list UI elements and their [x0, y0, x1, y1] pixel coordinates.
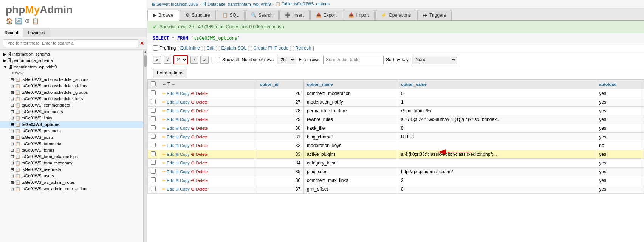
db-tree-item[interactable]: ⊞ 📋 tsGe0JWS_commentmeta [0, 102, 143, 109]
delete-link[interactable]: Delete [196, 187, 208, 191]
tab-browse[interactable]: ▶ Browse [147, 10, 179, 21]
edit-link[interactable]: Edit [167, 161, 174, 165]
tab-recent[interactable]: Recent [0, 28, 23, 37]
edit-link[interactable]: Edit [167, 143, 174, 148]
sort-option-name[interactable]: option_name [307, 82, 333, 87]
edit-inline-link[interactable]: Edit inline [180, 45, 200, 51]
delete-link[interactable]: Delete [196, 169, 208, 174]
db-tree-item[interactable]: ⊞ 📋 tsGe0JWS_actionscheduler_actions [0, 76, 143, 83]
db-tree-item[interactable]: ⊞ 📋 tsGe0JWS_actionscheduler_logs [0, 96, 143, 102]
refresh-link[interactable]: Refresh [295, 45, 311, 51]
copy-link[interactable]: Copy [180, 135, 190, 139]
copy-link[interactable]: Copy [180, 109, 190, 113]
db-tree-item[interactable]: ▼ 🗄 tranminhtam_wp_vhhf9 [0, 64, 143, 70]
edit-link[interactable]: Edit [167, 178, 174, 183]
tab-favorites[interactable]: Favorites [23, 28, 50, 37]
delete-link[interactable]: Delete [196, 109, 208, 113]
edit-link[interactable]: Edit [167, 126, 174, 130]
copy-link[interactable]: Copy [180, 117, 190, 122]
delete-link[interactable]: Delete [196, 117, 208, 122]
db-tree-item[interactable]: ✦ New [0, 70, 143, 76]
edit-link[interactable]: Edit [167, 117, 174, 122]
row-checkbox[interactable] [151, 169, 156, 174]
scroll-up-button[interactable]: ▲ [144, 50, 147, 54]
clear-filter-button[interactable]: ✕ [140, 40, 144, 46]
sort-option-id[interactable]: option_id [260, 82, 279, 87]
refresh-icon[interactable]: 🔄 [15, 17, 23, 25]
breadcrumb-table[interactable]: 📋 Table: tsGe0JWS_options [275, 2, 329, 6]
next-page-button[interactable]: › [190, 56, 198, 64]
scroll-thumb[interactable] [144, 55, 147, 67]
explain-sql-link[interactable]: Explain SQL [221, 45, 246, 51]
sort-option-value[interactable]: option_value [401, 82, 427, 87]
edit-link[interactable]: Edit [167, 152, 174, 157]
rows-per-page-select[interactable]: 25 50 100 [277, 56, 296, 64]
tab-sql[interactable]: 📋 SQL [217, 10, 245, 20]
copy-link[interactable]: Copy [180, 187, 190, 191]
breadcrumb-server[interactable]: 🖥 Server: localhost:3306 [151, 2, 198, 6]
row-checkbox[interactable] [151, 108, 156, 113]
row-checkbox[interactable] [151, 125, 156, 130]
copy-link[interactable]: Copy [180, 161, 190, 165]
row-checkbox[interactable] [151, 177, 156, 182]
show-all-checkbox[interactable] [215, 57, 220, 62]
db-tree-item[interactable]: ⊞ 📋 tsGe0JWS_usermeta [0, 166, 143, 173]
edit-link[interactable]: Edit [167, 187, 174, 191]
row-checkbox[interactable] [151, 99, 156, 104]
delete-link[interactable]: Delete [196, 126, 208, 130]
filter-rows-input[interactable] [323, 56, 384, 64]
row-checkbox[interactable] [151, 186, 156, 191]
delete-link[interactable]: Delete [196, 152, 208, 157]
copy-link[interactable]: Copy [180, 100, 190, 104]
delete-link[interactable]: Delete [196, 178, 208, 183]
home-icon[interactable]: 🏠 [6, 17, 13, 25]
edit-link[interactable]: Edit [207, 45, 215, 51]
select-all-checkbox[interactable] [151, 81, 156, 86]
last-page-button[interactable]: » [200, 56, 209, 64]
tab-insert[interactable]: ➕ Insert [279, 10, 310, 20]
row-checkbox[interactable] [151, 134, 156, 139]
db-tree-item[interactable]: ⊞ 📋 tsGe0JWS_termmeta [0, 141, 143, 147]
db-tree-item[interactable]: ⊞ 📋 tsGe0JWS_options [0, 121, 143, 128]
edit-link[interactable]: Edit [167, 169, 174, 174]
settings-icon[interactable]: ⚙ [25, 17, 30, 25]
tab-structure[interactable]: ⚙ Structure [180, 10, 216, 20]
row-checkbox[interactable] [151, 143, 156, 147]
tab-export[interactable]: 📤 Export [310, 10, 342, 20]
edit-link[interactable]: Edit [167, 135, 174, 139]
edit-link[interactable]: Edit [167, 91, 174, 96]
copy-link[interactable]: Copy [180, 91, 190, 96]
sort-autoload[interactable]: autoload [599, 82, 616, 87]
row-checkbox[interactable] [151, 116, 156, 121]
db-tree-item[interactable]: ▶ 🗄 information_schema [0, 51, 143, 57]
extra-options-button[interactable]: Extra options [153, 69, 187, 77]
tab-search[interactable]: 🔍 Search [245, 10, 279, 20]
db-tree-item[interactable]: ⊞ 📋 tsGe0JWS_wc_admin_notes [0, 179, 143, 186]
tab-operations[interactable]: ⚡ Operations [375, 10, 416, 20]
db-tree-item[interactable]: ⊞ 📋 tsGe0JWS_term_taxonomy [0, 160, 143, 166]
filter-input[interactable] [3, 39, 138, 47]
edit-link[interactable]: Edit [167, 109, 174, 113]
delete-link[interactable]: Delete [196, 91, 208, 96]
db-tree-item[interactable]: ⊞ 📋 tsGe0JWS_term_relationships [0, 154, 143, 160]
copy-link[interactable]: Copy [180, 178, 190, 183]
delete-link[interactable]: Delete [196, 100, 208, 104]
row-checkbox[interactable] [151, 151, 156, 156]
db-tree-item[interactable]: ⊞ 📋 tsGe0JWS_actionscheduler_claims [0, 83, 143, 89]
db-tree-item[interactable]: ▶ 🗄 performance_schema [0, 57, 143, 64]
row-checkbox[interactable] [151, 160, 156, 165]
db-tree-item[interactable]: ⊞ 📋 tsGe0JWS_users [0, 173, 143, 179]
db-tree-item[interactable]: ⊞ 📋 tsGe0JWS_actionscheduler_groups [0, 89, 143, 96]
prev-page-button[interactable]: ‹ [164, 56, 171, 64]
copy-link[interactable]: Copy [180, 169, 190, 174]
delete-link[interactable]: Delete [196, 135, 208, 139]
copy-link[interactable]: Copy [180, 143, 190, 148]
profiling-checkbox[interactable] [153, 45, 158, 51]
create-php-link[interactable]: Create PHP code [253, 45, 288, 51]
delete-link[interactable]: Delete [196, 143, 208, 148]
first-page-button[interactable]: « [153, 56, 161, 64]
page-select[interactable]: 2 1 3 [173, 55, 188, 64]
clipboard-icon[interactable]: 📋 [32, 17, 39, 25]
copy-link[interactable]: Copy [180, 152, 190, 157]
tab-import[interactable]: 📥 Import [343, 10, 375, 20]
